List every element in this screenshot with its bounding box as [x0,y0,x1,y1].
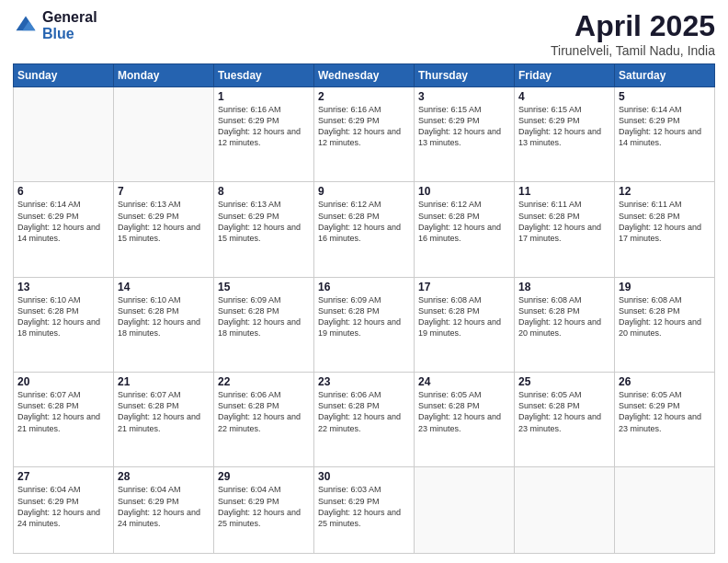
logo-blue: Blue [42,26,97,42]
day-number: 2 [318,90,410,103]
calendar-day-header: Friday [515,64,615,87]
calendar-week-row: 1Sunrise: 6:16 AM Sunset: 6:29 PM Daylig… [14,87,715,182]
calendar-day-cell: 25Sunrise: 6:05 AM Sunset: 6:28 PM Dayli… [515,373,615,467]
calendar-day-header: Monday [114,64,214,87]
day-info: Sunrise: 6:03 AM Sunset: 6:29 PM Dayligh… [318,484,410,529]
day-info: Sunrise: 6:16 AM Sunset: 6:29 PM Dayligh… [318,104,410,149]
calendar-day-cell: 2Sunrise: 6:16 AM Sunset: 6:29 PM Daylig… [314,87,415,182]
logo-icon [13,13,39,39]
day-info: Sunrise: 6:08 AM Sunset: 6:28 PM Dayligh… [619,294,711,339]
day-info: Sunrise: 6:07 AM Sunset: 6:28 PM Dayligh… [118,389,210,434]
title-block: April 2025 Tirunelveli, Tamil Nadu, Indi… [551,9,715,58]
calendar-day-cell: 27Sunrise: 6:04 AM Sunset: 6:29 PM Dayli… [14,467,114,554]
day-info: Sunrise: 6:06 AM Sunset: 6:28 PM Dayligh… [318,389,410,434]
day-number: 19 [619,281,711,293]
day-info: Sunrise: 6:08 AM Sunset: 6:28 PM Dayligh… [518,294,610,339]
calendar-day-cell [415,467,515,554]
calendar-day-cell: 10Sunrise: 6:12 AM Sunset: 6:28 PM Dayli… [415,182,515,277]
day-number: 17 [418,281,510,293]
calendar-day-cell: 4Sunrise: 6:15 AM Sunset: 6:29 PM Daylig… [515,87,615,182]
subtitle: Tirunelveli, Tamil Nadu, India [551,43,715,58]
day-number: 11 [518,185,610,198]
calendar-day-cell: 5Sunrise: 6:14 AM Sunset: 6:29 PM Daylig… [615,87,715,182]
day-number: 20 [17,375,109,388]
calendar-day-header: Thursday [415,64,515,87]
calendar-day-header: Tuesday [214,64,314,87]
logo-text: General Blue [42,9,97,41]
calendar-day-cell: 26Sunrise: 6:05 AM Sunset: 6:29 PM Dayli… [615,373,715,467]
calendar-day-cell: 22Sunrise: 6:06 AM Sunset: 6:28 PM Dayli… [214,373,314,467]
day-info: Sunrise: 6:16 AM Sunset: 6:29 PM Dayligh… [218,104,310,149]
day-info: Sunrise: 6:10 AM Sunset: 6:28 PM Dayligh… [17,294,109,339]
day-info: Sunrise: 6:15 AM Sunset: 6:29 PM Dayligh… [518,104,610,149]
day-number: 8 [218,185,310,198]
calendar-day-cell [515,467,615,554]
calendar-day-cell: 14Sunrise: 6:10 AM Sunset: 6:28 PM Dayli… [114,277,214,372]
day-number: 13 [17,281,109,293]
day-number: 18 [518,281,610,293]
calendar-day-cell: 29Sunrise: 6:04 AM Sunset: 6:29 PM Dayli… [214,467,314,554]
logo: General Blue [13,9,97,41]
day-info: Sunrise: 6:10 AM Sunset: 6:28 PM Dayligh… [118,294,210,339]
header: General Blue April 2025 Tirunelveli, Tam… [13,9,715,58]
day-number: 9 [318,185,410,198]
calendar-day-cell: 6Sunrise: 6:14 AM Sunset: 6:29 PM Daylig… [14,182,114,277]
calendar-day-cell: 20Sunrise: 6:07 AM Sunset: 6:28 PM Dayli… [14,373,114,467]
day-info: Sunrise: 6:05 AM Sunset: 6:28 PM Dayligh… [418,389,510,434]
calendar-day-cell: 12Sunrise: 6:11 AM Sunset: 6:28 PM Dayli… [615,182,715,277]
calendar-week-row: 20Sunrise: 6:07 AM Sunset: 6:28 PM Dayli… [14,373,715,467]
day-info: Sunrise: 6:09 AM Sunset: 6:28 PM Dayligh… [318,294,410,339]
calendar-day-cell: 18Sunrise: 6:08 AM Sunset: 6:28 PM Dayli… [515,277,615,372]
calendar-day-header: Sunday [14,64,114,87]
day-info: Sunrise: 6:12 AM Sunset: 6:28 PM Dayligh… [318,199,410,244]
calendar-day-cell: 23Sunrise: 6:06 AM Sunset: 6:28 PM Dayli… [314,373,415,467]
calendar-day-cell: 3Sunrise: 6:15 AM Sunset: 6:29 PM Daylig… [415,87,515,182]
page: General Blue April 2025 Tirunelveli, Tam… [0,0,728,563]
day-number: 10 [418,185,510,198]
day-number: 7 [118,185,210,198]
day-info: Sunrise: 6:14 AM Sunset: 6:29 PM Dayligh… [17,199,109,244]
day-number: 6 [17,185,109,198]
day-number: 16 [318,281,410,293]
day-number: 3 [418,90,510,103]
calendar-day-cell: 30Sunrise: 6:03 AM Sunset: 6:29 PM Dayli… [314,467,415,554]
day-info: Sunrise: 6:11 AM Sunset: 6:28 PM Dayligh… [518,199,610,244]
calendar-day-cell [615,467,715,554]
calendar-day-cell [114,87,214,182]
calendar-day-cell: 19Sunrise: 6:08 AM Sunset: 6:28 PM Dayli… [615,277,715,372]
calendar-day-cell [14,87,114,182]
day-number: 15 [218,281,310,293]
day-info: Sunrise: 6:04 AM Sunset: 6:29 PM Dayligh… [218,484,310,529]
day-info: Sunrise: 6:15 AM Sunset: 6:29 PM Dayligh… [418,104,510,149]
calendar-day-cell: 16Sunrise: 6:09 AM Sunset: 6:28 PM Dayli… [314,277,415,372]
day-info: Sunrise: 6:04 AM Sunset: 6:29 PM Dayligh… [17,484,109,529]
day-number: 12 [619,185,711,198]
day-number: 29 [218,470,310,483]
calendar-day-cell: 17Sunrise: 6:08 AM Sunset: 6:28 PM Dayli… [415,277,515,372]
calendar-week-row: 27Sunrise: 6:04 AM Sunset: 6:29 PM Dayli… [14,467,715,554]
calendar-day-cell: 1Sunrise: 6:16 AM Sunset: 6:29 PM Daylig… [214,87,314,182]
logo-general: General [42,9,97,26]
day-number: 28 [118,470,210,483]
day-info: Sunrise: 6:12 AM Sunset: 6:28 PM Dayligh… [418,199,510,244]
day-number: 21 [118,375,210,388]
day-number: 5 [619,90,711,103]
day-number: 26 [619,375,711,388]
day-info: Sunrise: 6:06 AM Sunset: 6:28 PM Dayligh… [218,389,310,434]
calendar-table: SundayMondayTuesdayWednesdayThursdayFrid… [13,63,715,554]
day-info: Sunrise: 6:11 AM Sunset: 6:28 PM Dayligh… [619,199,711,244]
calendar-day-cell: 28Sunrise: 6:04 AM Sunset: 6:29 PM Dayli… [114,467,214,554]
day-info: Sunrise: 6:07 AM Sunset: 6:28 PM Dayligh… [17,389,109,434]
day-info: Sunrise: 6:08 AM Sunset: 6:28 PM Dayligh… [418,294,510,339]
day-info: Sunrise: 6:13 AM Sunset: 6:29 PM Dayligh… [118,199,210,244]
calendar-day-header: Wednesday [314,64,415,87]
day-number: 14 [118,281,210,293]
calendar-day-cell: 13Sunrise: 6:10 AM Sunset: 6:28 PM Dayli… [14,277,114,372]
day-number: 23 [318,375,410,388]
day-number: 25 [518,375,610,388]
day-number: 22 [218,375,310,388]
day-info: Sunrise: 6:09 AM Sunset: 6:28 PM Dayligh… [218,294,310,339]
day-number: 4 [518,90,610,103]
day-info: Sunrise: 6:05 AM Sunset: 6:29 PM Dayligh… [619,389,711,434]
day-number: 27 [17,470,109,483]
